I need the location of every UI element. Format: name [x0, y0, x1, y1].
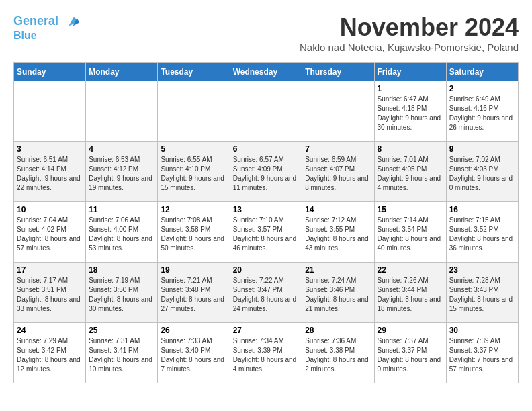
calendar-cell: 22Sunrise: 7:26 AM Sunset: 3:44 PM Dayli…: [374, 263, 446, 323]
day-number: 8: [378, 144, 443, 154]
calendar-cell: 11Sunrise: 7:06 AM Sunset: 4:00 PM Dayli…: [86, 202, 158, 263]
day-number: 16: [449, 205, 515, 214]
day-number: 22: [378, 265, 443, 275]
day-number: 3: [17, 144, 83, 154]
day-number: 9: [449, 144, 515, 154]
calendar-cell: [302, 81, 374, 142]
month-title: November 2024: [300, 13, 519, 42]
day-info: Sunrise: 6:53 AM Sunset: 4:12 PM Dayligh…: [89, 155, 154, 193]
weekday-header-wednesday: Wednesday: [230, 63, 302, 81]
day-info: Sunrise: 7:39 AM Sunset: 3:37 PM Dayligh…: [449, 336, 515, 374]
calendar-cell: 14Sunrise: 7:12 AM Sunset: 3:55 PM Dayli…: [302, 202, 374, 263]
calendar-cell: 24Sunrise: 7:29 AM Sunset: 3:42 PM Dayli…: [14, 323, 86, 383]
day-info: Sunrise: 7:12 AM Sunset: 3:55 PM Dayligh…: [305, 216, 371, 253]
day-number: 6: [233, 144, 300, 154]
calendar-week-4: 17Sunrise: 7:17 AM Sunset: 3:51 PM Dayli…: [14, 263, 519, 323]
weekday-header-sunday: Sunday: [14, 63, 86, 81]
calendar-week-2: 3Sunrise: 6:51 AM Sunset: 4:14 PM Daylig…: [14, 142, 519, 202]
day-number: 11: [89, 205, 154, 214]
day-info: Sunrise: 7:14 AM Sunset: 3:54 PM Dayligh…: [378, 216, 443, 253]
day-info: Sunrise: 7:28 AM Sunset: 3:43 PM Dayligh…: [449, 276, 515, 314]
logo: General Blue: [13, 13, 79, 42]
day-number: 15: [378, 205, 443, 214]
calendar-cell: 16Sunrise: 7:15 AM Sunset: 3:52 PM Dayli…: [446, 202, 518, 263]
day-number: 10: [17, 205, 83, 214]
calendar-cell: 18Sunrise: 7:19 AM Sunset: 3:50 PM Dayli…: [86, 263, 158, 323]
calendar-cell: 10Sunrise: 7:04 AM Sunset: 4:02 PM Dayli…: [14, 202, 86, 263]
calendar-cell: 29Sunrise: 7:37 AM Sunset: 3:37 PM Dayli…: [374, 323, 446, 383]
day-info: Sunrise: 7:29 AM Sunset: 3:42 PM Dayligh…: [17, 336, 83, 374]
calendar-cell: 27Sunrise: 7:34 AM Sunset: 3:39 PM Dayli…: [230, 323, 302, 383]
weekday-header-monday: Monday: [86, 63, 158, 81]
calendar-cell: 2Sunrise: 6:49 AM Sunset: 4:16 PM Daylig…: [446, 81, 518, 142]
weekday-header-saturday: Saturday: [446, 63, 518, 81]
calendar-cell: 19Sunrise: 7:21 AM Sunset: 3:48 PM Dayli…: [158, 263, 230, 323]
day-number: 29: [378, 326, 443, 335]
logo-text: General: [13, 13, 79, 30]
calendar-cell: 4Sunrise: 6:53 AM Sunset: 4:12 PM Daylig…: [86, 142, 158, 202]
weekday-header-thursday: Thursday: [302, 63, 374, 81]
calendar-cell: 7Sunrise: 6:59 AM Sunset: 4:07 PM Daylig…: [302, 142, 374, 202]
day-number: 25: [89, 326, 154, 335]
calendar-cell: 9Sunrise: 7:02 AM Sunset: 4:03 PM Daylig…: [446, 142, 518, 202]
day-info: Sunrise: 7:15 AM Sunset: 3:52 PM Dayligh…: [449, 216, 515, 253]
day-number: 28: [305, 326, 371, 335]
day-info: Sunrise: 7:34 AM Sunset: 3:39 PM Dayligh…: [233, 336, 300, 374]
day-info: Sunrise: 6:57 AM Sunset: 4:09 PM Dayligh…: [233, 155, 300, 193]
calendar-cell: 21Sunrise: 7:24 AM Sunset: 3:46 PM Dayli…: [302, 263, 374, 323]
calendar: SundayMondayTuesdayWednesdayThursdayFrid…: [13, 62, 519, 383]
day-info: Sunrise: 7:08 AM Sunset: 3:58 PM Dayligh…: [161, 216, 226, 253]
day-number: 17: [17, 265, 83, 275]
day-number: 2: [449, 84, 515, 93]
day-info: Sunrise: 7:10 AM Sunset: 3:57 PM Dayligh…: [233, 216, 300, 253]
calendar-cell: 25Sunrise: 7:31 AM Sunset: 3:41 PM Dayli…: [86, 323, 158, 383]
day-info: Sunrise: 6:51 AM Sunset: 4:14 PM Dayligh…: [17, 155, 83, 193]
day-number: 13: [233, 205, 300, 214]
day-info: Sunrise: 6:59 AM Sunset: 4:07 PM Dayligh…: [305, 155, 371, 193]
day-number: 26: [161, 326, 226, 335]
calendar-week-3: 10Sunrise: 7:04 AM Sunset: 4:02 PM Dayli…: [14, 202, 519, 263]
day-number: 30: [449, 326, 515, 335]
day-info: Sunrise: 7:04 AM Sunset: 4:02 PM Dayligh…: [17, 216, 83, 253]
calendar-cell: 8Sunrise: 7:01 AM Sunset: 4:05 PM Daylig…: [374, 142, 446, 202]
day-number: 14: [305, 205, 371, 214]
calendar-cell: [158, 81, 230, 142]
calendar-body: 1Sunrise: 6:47 AM Sunset: 4:18 PM Daylig…: [14, 81, 519, 383]
calendar-cell: 13Sunrise: 7:10 AM Sunset: 3:57 PM Dayli…: [230, 202, 302, 263]
day-number: 1: [378, 84, 443, 93]
day-number: 20: [233, 265, 300, 275]
day-info: Sunrise: 6:55 AM Sunset: 4:10 PM Dayligh…: [161, 155, 226, 193]
day-info: Sunrise: 7:02 AM Sunset: 4:03 PM Dayligh…: [449, 155, 515, 193]
calendar-cell: 3Sunrise: 6:51 AM Sunset: 4:14 PM Daylig…: [14, 142, 86, 202]
day-number: 19: [161, 265, 226, 275]
day-info: Sunrise: 7:06 AM Sunset: 4:00 PM Dayligh…: [89, 216, 154, 253]
calendar-week-1: 1Sunrise: 6:47 AM Sunset: 4:18 PM Daylig…: [14, 81, 519, 142]
day-number: 7: [305, 144, 371, 154]
calendar-cell: 6Sunrise: 6:57 AM Sunset: 4:09 PM Daylig…: [230, 142, 302, 202]
calendar-cell: [14, 81, 86, 142]
day-info: Sunrise: 6:47 AM Sunset: 4:18 PM Dayligh…: [378, 95, 443, 132]
day-number: 18: [89, 265, 154, 275]
calendar-cell: 12Sunrise: 7:08 AM Sunset: 3:58 PM Dayli…: [158, 202, 230, 263]
calendar-cell: 17Sunrise: 7:17 AM Sunset: 3:51 PM Dayli…: [14, 263, 86, 323]
day-number: 27: [233, 326, 300, 335]
day-info: Sunrise: 7:17 AM Sunset: 3:51 PM Dayligh…: [17, 276, 83, 314]
calendar-cell: 1Sunrise: 6:47 AM Sunset: 4:18 PM Daylig…: [374, 81, 446, 142]
day-info: Sunrise: 7:19 AM Sunset: 3:50 PM Dayligh…: [89, 276, 154, 314]
day-info: Sunrise: 7:24 AM Sunset: 3:46 PM Dayligh…: [305, 276, 371, 314]
day-number: 23: [449, 265, 515, 275]
calendar-cell: [86, 81, 158, 142]
calendar-cell: 15Sunrise: 7:14 AM Sunset: 3:54 PM Dayli…: [374, 202, 446, 263]
day-info: Sunrise: 7:31 AM Sunset: 3:41 PM Dayligh…: [89, 336, 154, 374]
day-number: 5: [161, 144, 226, 154]
day-info: Sunrise: 7:36 AM Sunset: 3:38 PM Dayligh…: [305, 336, 371, 374]
weekday-header-tuesday: Tuesday: [158, 63, 230, 81]
calendar-cell: 30Sunrise: 7:39 AM Sunset: 3:37 PM Dayli…: [446, 323, 518, 383]
day-info: Sunrise: 7:01 AM Sunset: 4:05 PM Dayligh…: [378, 155, 443, 193]
day-info: Sunrise: 7:22 AM Sunset: 3:47 PM Dayligh…: [233, 276, 300, 314]
day-info: Sunrise: 7:21 AM Sunset: 3:48 PM Dayligh…: [161, 276, 226, 314]
day-info: Sunrise: 7:33 AM Sunset: 3:40 PM Dayligh…: [161, 336, 226, 374]
day-info: Sunrise: 6:49 AM Sunset: 4:16 PM Dayligh…: [449, 95, 515, 132]
calendar-week-5: 24Sunrise: 7:29 AM Sunset: 3:42 PM Dayli…: [14, 323, 519, 383]
calendar-cell: 26Sunrise: 7:33 AM Sunset: 3:40 PM Dayli…: [158, 323, 230, 383]
